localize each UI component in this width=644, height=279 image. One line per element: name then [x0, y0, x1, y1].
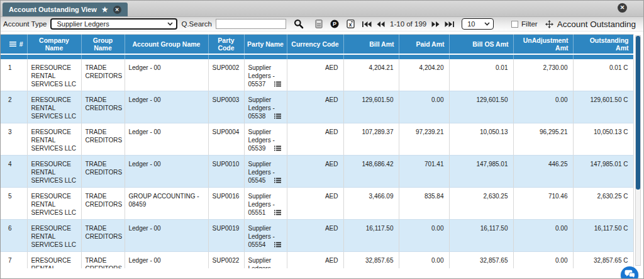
cell-company-name: ERESOURCE RENTAL SERVICES LLC [27, 155, 81, 187]
column-header-paid-amt[interactable]: Paid Amt [399, 35, 449, 54]
cell-party-code: SUP0022 [208, 251, 244, 268]
export-excel-icon[interactable]: x [347, 20, 355, 28]
chevron-down-icon [164, 22, 173, 26]
party-ledger-list-icon[interactable] [274, 209, 281, 217]
cell-account-group-name: Ledger - 00 [125, 219, 208, 251]
table-row[interactable]: 1 ERESOURCE RENTAL SERVICES LLC TRADE CR… [1, 59, 633, 91]
table-row[interactable]: 4 ERESOURCE RENTAL SERVICES LLC TRADE CR… [1, 155, 633, 187]
table-row[interactable]: 5 ERESOURCE RENTAL SERVICES LLC TRADE CR… [1, 187, 633, 219]
cell-row-number: 7 [1, 251, 27, 268]
column-header-company-name[interactable]: Company Name [27, 35, 81, 54]
table-row[interactable]: 2 ERESOURCE RENTAL SERVICES LLC TRADE CR… [1, 91, 633, 123]
cell-paid-amt: 4,204.20 [399, 59, 449, 91]
grid-viewport: # Company Name Group Name Account Group … [1, 34, 634, 268]
export-pdf-icon[interactable]: P [330, 20, 339, 28]
cell-bill-os-amt: 147,985.01 [449, 155, 513, 187]
cell-unadjustment-amt: 446.25 [513, 155, 573, 187]
cell-paid-amt: 0.00 [399, 91, 449, 123]
cell-account-group-name: GROUP ACCOUNTING - 08459 [125, 187, 208, 219]
account-type-value: Supplier Ledgers [57, 20, 109, 28]
cell-outstanding-amt: 0.01 C [573, 59, 633, 91]
filter-checkbox[interactable] [511, 21, 518, 28]
cell-company-name: ERESOURCE RENTAL SERVICES LLC [27, 123, 81, 155]
cell-row-number: 2 [1, 91, 27, 123]
column-header-party-code[interactable]: Party Code [208, 35, 244, 54]
chat-button[interactable] [621, 266, 638, 279]
cell-group-name: TRADE CREDITORS [81, 123, 125, 155]
column-header-currency-code[interactable]: Currency Code [287, 35, 343, 54]
cell-group-name: TRADE CREDITORS [81, 91, 125, 123]
cell-party-name: Supplier Ledgers - 05554 [244, 219, 287, 251]
cell-outstanding-amt: 2,630.25 C [573, 187, 633, 219]
cell-currency-code: AED [287, 251, 343, 268]
last-page-icon[interactable] [445, 21, 454, 27]
previous-page-icon[interactable] [377, 21, 385, 27]
cell-group-name: TRADE CREDITORS [81, 187, 125, 219]
column-header-group-name[interactable]: Group Name [81, 35, 125, 54]
scrollbar-thumb[interactable] [636, 36, 640, 190]
cell-bill-os-amt: 2,630.25 [449, 187, 513, 219]
party-ledger-list-icon[interactable] [274, 81, 281, 89]
cell-group-name: TRADE CREDITORS [81, 251, 125, 268]
cell-currency-code: AED [287, 91, 343, 123]
move-crosshair-icon[interactable] [545, 20, 553, 28]
cell-bill-os-amt: 16,117.50 [449, 219, 513, 251]
tab-close-icon[interactable]: ✕ [113, 6, 121, 14]
tab-bar: Account Outstanding View ★ ✕ ✕ [1, 1, 643, 17]
cell-party-code: SUP0010 [208, 155, 244, 187]
cell-company-name: ERESOURCE RENTAL SERVICES LLC [27, 187, 81, 219]
view-title: Account Outstanding [557, 20, 640, 29]
cell-outstanding-amt: 147,985.01 C [573, 155, 633, 187]
page-size-select[interactable]: 10 [462, 18, 494, 30]
cell-paid-amt: 701.41 [399, 155, 449, 187]
vertical-scrollbar[interactable] [635, 35, 641, 266]
table-row[interactable]: 7 ERESOURCE RENTAL SERVICES LLC TRADE CR… [1, 251, 633, 268]
party-ledger-list-icon[interactable] [274, 177, 281, 185]
column-header-party-name[interactable]: Party Name [244, 35, 287, 54]
cell-outstanding-amt: 129,601.50 C [573, 91, 633, 123]
tab-account-outstanding-view[interactable]: Account Outstanding View ★ ✕ [3, 3, 128, 16]
party-ledger-list-icon[interactable] [274, 145, 281, 153]
cell-paid-amt: 0.00 [399, 251, 449, 268]
cell-bill-amt: 148,686.42 [343, 155, 399, 187]
search-input[interactable] [216, 19, 286, 29]
column-header-bill-os-amt[interactable]: Bill OS Amt [449, 35, 513, 54]
cell-unadjustment-amt: 0.00 [513, 219, 573, 251]
table-row[interactable]: 3 ERESOURCE RENTAL SERVICES LLC TRADE CR… [1, 123, 633, 155]
cell-bill-amt: 107,289.37 [343, 123, 399, 155]
chat-bubbles-icon [625, 270, 635, 279]
export-document-icon[interactable] [315, 20, 323, 28]
svg-text:P: P [333, 21, 336, 27]
column-header-account-group-name[interactable]: Account Group Name [125, 35, 208, 54]
cell-account-group-name: Ledger - 00 [125, 91, 208, 123]
cell-unadjustment-amt: 710.46 [513, 187, 573, 219]
filter-label: Filter [521, 20, 538, 28]
column-menu-icon[interactable] [9, 40, 16, 48]
tab-title: Account Outstanding View [9, 6, 97, 13]
cell-row-number: 6 [1, 219, 27, 251]
cell-bill-amt: 129,601.50 [343, 91, 399, 123]
cell-group-name: TRADE CREDITORS [81, 155, 125, 187]
cell-party-name: Supplier Ledgers - 05538 [244, 91, 287, 123]
page-close-button[interactable]: ✕ [618, 3, 627, 13]
party-ledger-list-icon[interactable] [274, 241, 281, 249]
cell-paid-amt: 835.84 [399, 187, 449, 219]
first-page-icon[interactable] [362, 21, 372, 27]
cell-row-number: 3 [1, 123, 27, 155]
search-icon[interactable] [294, 19, 304, 29]
favorite-star-icon[interactable]: ★ [102, 6, 108, 14]
column-header-unadjustment-amt[interactable]: UnAdjustment Amt [513, 35, 573, 54]
app-window: Account Outstanding View ★ ✕ ✕ Account T… [0, 0, 644, 279]
account-outstanding-table: # Company Name Group Name Account Group … [1, 34, 634, 268]
column-header-bill-amt[interactable]: Bill Amt [343, 35, 399, 54]
column-header-index[interactable]: # [1, 35, 27, 54]
cell-company-name: ERESOURCE RENTAL SERVICES LLC [27, 251, 81, 268]
party-ledger-list-icon[interactable] [274, 113, 281, 121]
next-page-icon[interactable] [431, 21, 440, 27]
cell-party-name: Supplier Ledgers - 05557 [244, 251, 287, 268]
account-type-select[interactable]: Supplier Ledgers [50, 18, 177, 30]
table-row[interactable]: 6 ERESOURCE RENTAL SERVICES LLC TRADE CR… [1, 219, 633, 251]
cell-company-name: ERESOURCE RENTAL SERVICES LLC [27, 219, 81, 251]
toolbar: Account Type Supplier Ledgers Q.Search P… [1, 17, 643, 31]
column-header-outstanding-amt[interactable]: Outstanding Amt [573, 35, 633, 54]
